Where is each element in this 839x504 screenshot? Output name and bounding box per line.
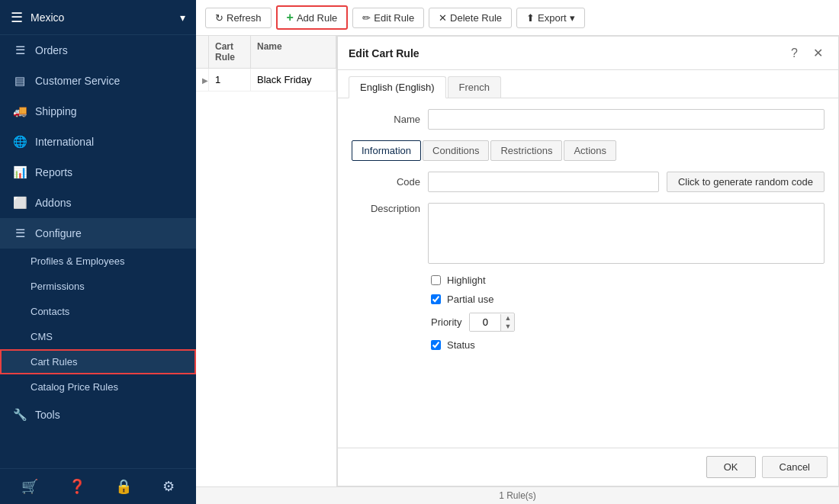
sidebar-sub-catalog-price-rules[interactable]: Catalog Price Rules <box>0 374 196 400</box>
sidebar-item-label: International <box>35 136 94 148</box>
refresh-icon: ↻ <box>215 12 223 24</box>
add-rule-button[interactable]: + Add Rule <box>276 5 349 30</box>
sidebar-item-label: Shipping <box>35 105 77 117</box>
sidebar-item-addons[interactable]: ⬜ Addons <box>0 188 196 218</box>
cart-rule-col-header: Cart Rule <box>209 36 251 68</box>
tab-french[interactable]: French <box>448 76 501 98</box>
delete-icon: ✕ <box>439 12 447 24</box>
add-icon: + <box>287 11 294 24</box>
sub-nav-label: Profiles & Employees <box>31 255 125 267</box>
sidebar-header: ☰ Mexico ▾ <box>0 0 196 35</box>
subtab-actions[interactable]: Actions <box>564 140 616 161</box>
sidebar-item-label: Configure <box>35 227 82 239</box>
lang-tabs: English (English) French <box>338 70 838 98</box>
sidebar-sub-cms[interactable]: CMS <box>0 324 196 349</box>
sub-nav-label: Contacts <box>31 306 69 317</box>
subtab-restrictions[interactable]: Restrictions <box>490 140 562 161</box>
lock-icon[interactable]: 🔒 <box>112 475 135 498</box>
subtab-information[interactable]: Information <box>352 140 421 161</box>
highlight-label: Highlight <box>447 274 486 286</box>
sidebar-item-shipping[interactable]: 🚚 Shipping <box>0 96 196 127</box>
name-row: Name <box>352 109 825 130</box>
description-input[interactable] <box>428 203 825 264</box>
hamburger-icon[interactable]: ☰ <box>11 9 23 26</box>
table-header: Cart Rule Name <box>196 36 336 69</box>
sidebar-item-reports[interactable]: 📊 Reports <box>0 157 196 188</box>
add-rule-label: Add Rule <box>297 12 337 24</box>
status-checkbox[interactable] <box>431 340 441 350</box>
panel-header: Edit Cart Rule ? ✕ <box>338 37 838 70</box>
panel-footer: OK Cancel <box>338 448 838 486</box>
sidebar-item-label: Orders <box>35 44 68 56</box>
help-icon[interactable]: ❓ <box>66 475 88 498</box>
sidebar-item-customer-service[interactable]: ▤ Customer Service <box>0 66 196 96</box>
sidebar-item-orders[interactable]: ☰ Orders <box>0 35 196 66</box>
description-row: Description <box>352 203 825 264</box>
store-selector[interactable]: Mexico ▾ <box>31 11 185 24</box>
cart-rule-id-cell: 1 <box>209 69 251 91</box>
code-label: Code <box>352 176 420 188</box>
priority-row: Priority ▲ ▼ <box>352 313 825 332</box>
table-area: Cart Rule Name ▶ 1 Black Friday <box>196 36 337 486</box>
priority-input[interactable] <box>470 313 500 331</box>
tab-english[interactable]: English (English) <box>349 76 446 98</box>
sidebar-sub-profiles-employees[interactable]: Profiles & Employees <box>0 249 196 274</box>
tools-icon: 🔧 <box>12 408 27 422</box>
name-input[interactable] <box>428 109 825 130</box>
code-row: Code Click to generate random code <box>352 172 825 192</box>
priority-down-button[interactable]: ▼ <box>501 323 514 331</box>
priority-up-button[interactable]: ▲ <box>501 314 514 323</box>
orders-icon: ☰ <box>12 43 27 57</box>
sidebar-item-label: Reports <box>35 166 72 178</box>
edit-rule-label: Edit Rule <box>374 12 414 24</box>
sidebar-item-label: Addons <box>35 197 71 209</box>
status-bar: 1 Rule(s) <box>196 486 839 504</box>
name-label: Name <box>352 114 420 125</box>
settings-icon[interactable]: ⚙ <box>159 475 178 498</box>
chevron-down-icon: ▾ <box>180 11 185 24</box>
sub-nav-label: CMS <box>31 331 53 342</box>
sidebar-sub-cart-rules[interactable]: Cart Rules <box>0 349 196 374</box>
sidebar-item-tools[interactable]: 🔧 Tools <box>0 400 196 430</box>
sidebar-item-international[interactable]: 🌐 International <box>0 127 196 157</box>
edit-icon: ✏ <box>362 12 371 24</box>
delete-rule-button[interactable]: ✕ Delete Rule <box>429 8 512 28</box>
configure-icon: ☰ <box>12 226 27 240</box>
table-row[interactable]: ▶ 1 Black Friday <box>196 69 336 91</box>
sub-nav-label: Catalog Price Rules <box>31 381 118 393</box>
sidebar-sub-permissions[interactable]: Permissions <box>0 274 196 299</box>
ok-button[interactable]: OK <box>706 456 756 478</box>
generate-code-button[interactable]: Click to generate random code <box>667 172 825 192</box>
sub-nav-label: Cart Rules <box>31 356 77 368</box>
sub-tabs: Information Conditions Restrictions Acti… <box>352 140 825 161</box>
sidebar-sub-contacts[interactable]: Contacts <box>0 299 196 324</box>
code-input[interactable] <box>428 172 659 192</box>
sidebar-item-configure[interactable]: ☰ Configure <box>0 218 196 249</box>
panel-help-button[interactable]: ? <box>786 45 802 62</box>
refresh-label: Refresh <box>227 12 262 24</box>
expand-cell: ▶ <box>196 69 209 91</box>
store-name: Mexico <box>31 11 64 24</box>
partial-use-checkbox[interactable] <box>431 294 441 304</box>
toolbar: ↻ Refresh + Add Rule ✏ Edit Rule ✕ Delet… <box>196 0 839 36</box>
sidebar-footer: 🛒 ❓ 🔒 ⚙ <box>0 468 196 504</box>
edit-rule-button[interactable]: ✏ Edit Rule <box>352 8 424 28</box>
export-icon: ⬆ <box>526 12 535 24</box>
highlight-checkbox[interactable] <box>431 275 441 285</box>
content-row: Cart Rule Name ▶ 1 Black Friday Edit Car… <box>196 36 839 486</box>
cancel-button[interactable]: Cancel <box>762 456 828 478</box>
subtab-conditions[interactable]: Conditions <box>423 140 489 161</box>
export-button[interactable]: ⬆ Export ▾ <box>516 8 585 28</box>
sidebar: ☰ Mexico ▾ ☰ Orders ▤ Customer Service 🚚… <box>0 0 196 504</box>
refresh-button[interactable]: ↻ Refresh <box>205 8 272 28</box>
edit-panel: Edit Cart Rule ? ✕ English (English) Fre… <box>337 36 839 486</box>
sidebar-nav: ☰ Orders ▤ Customer Service 🚚 Shipping 🌐… <box>0 35 196 468</box>
priority-input-wrap: ▲ ▼ <box>469 313 515 332</box>
cart-icon[interactable]: 🛒 <box>18 475 41 498</box>
highlight-row: Highlight <box>352 274 825 286</box>
addons-icon: ⬜ <box>12 196 27 210</box>
name-col-header: Name <box>251 36 336 68</box>
status-row: Status <box>352 339 825 351</box>
expand-arrow-icon: ▶ <box>202 76 208 85</box>
panel-close-button[interactable]: ✕ <box>808 44 828 62</box>
